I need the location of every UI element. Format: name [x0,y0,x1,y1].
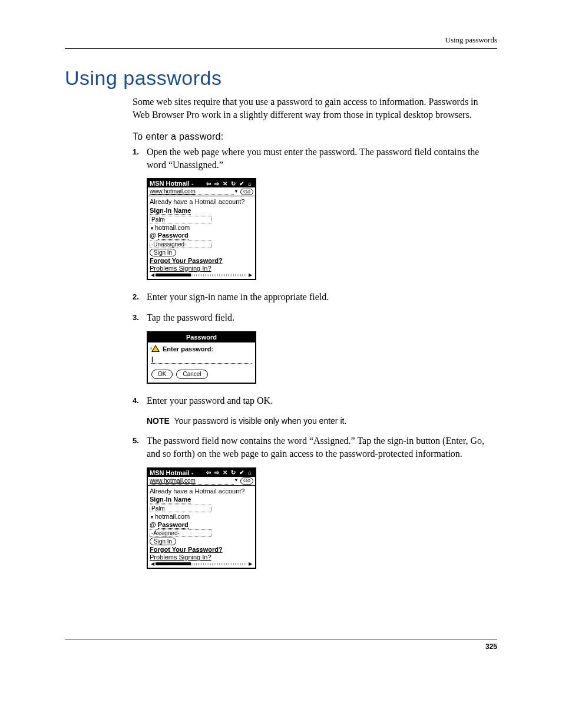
figure-3: MSN Hotmail - ⇦ ⇨ ✕ ↻ ✔ ⌂ www.hotm [147,467,497,569]
step-4: Enter your password and tap OK. NOTE You… [133,394,497,426]
figure-1: MSN Hotmail - ⇦ ⇨ ✕ ↻ ✔ ⌂ www.hotm [147,178,497,279]
fig3-signin-label: Sign-In Name [150,496,191,503]
warning-icon [151,345,160,352]
refresh-icon[interactable]: ↻ [230,469,237,476]
fig1-url[interactable]: www.hotmail.com [150,188,234,195]
fig1-signin-label: Sign-In Name [150,207,191,215]
step-1: Open the web page where you must enter t… [133,146,497,279]
fig1-hscroll[interactable]: ◀ ▶ [150,272,253,279]
step-2-text: Enter your sign-in name in the appropria… [147,292,329,302]
step-1-text: Open the web page where you must enter t… [147,147,479,170]
fig1-titlebar: MSN Hotmail - ⇦ ⇨ ✕ ↻ ✔ ⌂ [148,179,255,187]
fig3-titlebar: MSN Hotmail - ⇦ ⇨ ✕ ↻ ✔ ⌂ [148,469,255,477]
fig1-domain-dropdown-icon[interactable]: ▼ [150,226,154,231]
fig3-hscroll[interactable]: ◀ ▶ [150,561,253,568]
step-2: Enter your sign-in name in the appropria… [133,291,497,304]
fig3-problems-link[interactable]: Problems Signing In? [150,554,253,561]
fig3-go-button[interactable]: Go [240,477,253,485]
fig2-title: Password [148,332,255,342]
fig1-problems-link[interactable]: Problems Signing In? [150,265,253,272]
page-title: Using passwords [65,67,497,90]
fig3-password-marker: @ [150,521,156,528]
fig1-signin-input[interactable]: Palm [150,216,212,223]
fig3-domain-dropdown-icon[interactable]: ▼ [150,515,154,520]
fig3-hscroll-right-icon[interactable]: ▶ [249,562,252,567]
fig1-hscroll-right-icon[interactable]: ▶ [249,273,252,278]
home-icon[interactable]: ⌂ [246,469,253,476]
forward-icon[interactable]: ⇨ [213,469,220,476]
fig1-signin-button[interactable]: Sign In [150,249,176,256]
fig1-password-label: Password [158,232,189,239]
fig3-forgot-link[interactable]: Forgot Your Password? [150,546,253,553]
fig2-password-input[interactable]: | [151,356,252,364]
fig1-password-marker: @ [150,232,156,239]
fig1-domain: hotmail.com [155,224,190,231]
fig3-hscroll-left-icon[interactable]: ◀ [151,562,154,567]
bookmark-icon[interactable]: ✔ [238,469,245,476]
fig3-domain: hotmail.com [155,513,190,520]
bookmark-icon[interactable]: ✔ [238,180,245,187]
home-icon[interactable]: ⌂ [246,180,253,187]
fig1-title: MSN Hotmail - [150,180,194,187]
note: NOTE Your password is visible only when … [147,416,497,427]
fig1-url-dropdown-icon[interactable]: ▼ [234,189,239,195]
fig3-signin-button[interactable]: Sign In [150,538,176,545]
fig1-go-button[interactable]: Go [240,189,253,196]
fig1-hscroll-left-icon[interactable]: ◀ [151,273,154,278]
note-text: Your password is visible only when you e… [174,416,346,426]
fig3-url[interactable]: www.hotmail.com [150,477,234,485]
fig2-ok-button[interactable]: OK [151,370,173,379]
fig3-title: MSN Hotmail - [150,469,194,476]
step-3: Tap the password field. Password ! Enter… [133,311,497,384]
forward-icon[interactable]: ⇨ [213,180,220,187]
fig1-forgot-link[interactable]: Forgot Your Password? [150,257,253,264]
running-header: Using passwords [65,35,497,49]
back-icon[interactable]: ⇦ [205,469,212,476]
fig2-cursor: | [151,355,153,364]
intro-paragraph: Some web sites require that you use a pa… [133,95,497,121]
step-5: The password field now contains the word… [133,434,497,568]
fig3-password-input[interactable]: -Assigned- [150,529,212,537]
fig1-already-text: Already have a Hotmail account? [150,198,253,205]
step-4-text: Enter your password and tap OK. [147,396,273,406]
fig3-signin-input[interactable]: Palm [150,505,212,512]
step-5-text: The password field now contains the word… [147,436,484,459]
fig3-already-text: Already have a Hotmail account? [150,487,253,495]
note-label: NOTE [147,416,170,426]
fig2-prompt: Enter password: [163,345,213,354]
fig3-url-dropdown-icon[interactable]: ▼ [234,478,239,483]
step-3-text: Tap the password field. [147,312,234,322]
page-number: 325 [65,640,497,651]
fig1-password-input[interactable]: -Unassigned- [150,241,212,248]
fig3-password-label: Password [158,521,189,529]
fig2-cancel-button[interactable]: Cancel [176,370,207,379]
back-icon[interactable]: ⇦ [205,180,212,187]
figure-2: Password ! Enter password: | [147,331,497,384]
refresh-icon[interactable]: ↻ [230,180,237,187]
procedure-subhead: To enter a password: [133,131,497,142]
stop-icon[interactable]: ✕ [222,180,229,187]
stop-icon[interactable]: ✕ [222,469,229,476]
